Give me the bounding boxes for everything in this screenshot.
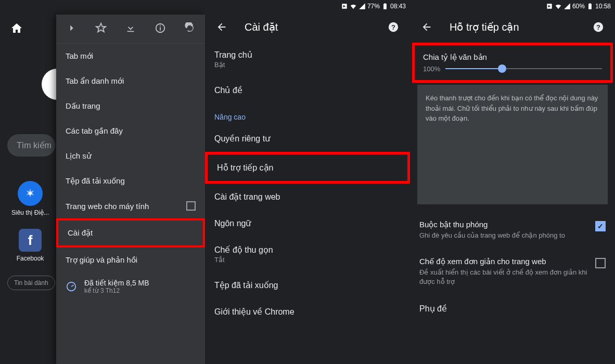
search-bar[interactable]: Tìm kiếm — [7, 134, 55, 157]
battery-percent: 60% — [572, 3, 585, 10]
svg-rect-3 — [160, 25, 161, 26]
scaling-value: 100% — [423, 65, 440, 73]
section-advanced: Nâng cao — [205, 103, 410, 125]
menu-data-saver[interactable]: Đã tiết kiệm 8,5 MB kể từ 3 Th12 — [56, 272, 205, 301]
setting-language[interactable]: Ngôn ngữ — [205, 210, 410, 237]
setting-about[interactable]: Giới thiệu về Chrome — [205, 298, 410, 325]
help-button[interactable]: ? — [383, 17, 404, 37]
forward-icon[interactable] — [66, 22, 77, 36]
setting-lite-mode[interactable]: Chế độ thu gọn Tắt — [205, 237, 410, 272]
menu-desktop-site[interactable]: Trang web cho máy tính — [56, 193, 205, 218]
menu-incognito[interactable]: Tab ẩn danh mới — [56, 69, 205, 94]
nfc-icon — [546, 3, 553, 10]
svg-text:?: ? — [596, 23, 600, 31]
menu-help[interactable]: Trợ giúp và phản hồi — [56, 248, 205, 272]
gauge-icon — [66, 281, 77, 292]
home-button[interactable] — [10, 22, 23, 36]
back-button[interactable] — [211, 17, 232, 37]
setting-privacy[interactable]: Quyền riêng tư — [205, 125, 410, 152]
setting-accessibility[interactable]: Hỗ trợ tiếp cận — [205, 152, 410, 184]
menu-bookmarks[interactable]: Dấu trang — [56, 94, 205, 119]
signal-icon — [358, 3, 366, 10]
screenshot-accessibility: 60% 10:58 Hỗ trợ tiếp cận ? Chia tỷ lệ v… — [410, 0, 615, 364]
page-title: Hỗ trợ tiếp cận — [450, 21, 575, 33]
news-chip[interactable]: Tin bài dành — [7, 276, 55, 290]
checkbox-checked-icon[interactable] — [595, 221, 606, 231]
setting-theme[interactable]: Chủ đề — [205, 77, 410, 103]
status-bar: 60% 10:58 — [410, 0, 615, 12]
header: Hỗ trợ tiếp cận ? — [410, 12, 615, 42]
battery-icon — [381, 3, 389, 10]
refresh-icon[interactable] — [184, 22, 196, 36]
menu-downloads[interactable]: Tệp đã tải xuống — [56, 168, 205, 193]
tile-label: Facebook — [9, 255, 51, 262]
checkbox-icon[interactable] — [595, 258, 606, 268]
svg-text:?: ? — [391, 23, 395, 31]
tile-label: Siêu thị Điệ... — [9, 209, 51, 216]
menu-recent-tabs[interactable]: Các tab gần đây — [56, 119, 205, 144]
setting-force-zoom[interactable]: Buộc bật thu phóng Ghi đè yêu cầu của tr… — [410, 212, 615, 249]
menu-history[interactable]: Lịch sử — [56, 144, 205, 168]
back-button[interactable] — [416, 17, 437, 37]
wifi-icon — [555, 3, 562, 10]
help-button[interactable]: ? — [588, 17, 609, 37]
battery-icon — [586, 3, 594, 10]
text-scaling-block: Chia tỷ lệ văn bản 100% — [412, 43, 613, 83]
setting-simplified-view[interactable]: Chế độ xem đơn giản cho trang web Đề xuấ… — [410, 249, 615, 295]
info-icon[interactable] — [155, 22, 166, 36]
wifi-icon — [350, 3, 357, 10]
scaling-label: Chia tỷ lệ văn bản — [423, 53, 602, 62]
screenshot-settings-list: 77% 08:43 Cài đặt ? Trang chủ Bật Chủ đề… — [205, 0, 410, 364]
setting-captions[interactable]: Phụ đề — [410, 295, 615, 322]
menu-settings[interactable]: Cài đặt — [56, 218, 205, 248]
menu-new-tab[interactable]: Tab mới — [56, 44, 205, 69]
status-bar: 77% 08:43 — [205, 0, 410, 12]
slider-thumb-icon[interactable] — [498, 64, 506, 73]
bookmark-star-icon[interactable] — [95, 22, 107, 36]
clock: 10:58 — [595, 3, 611, 10]
download-icon[interactable] — [125, 22, 136, 36]
setting-homepage[interactable]: Trang chủ Bật — [205, 42, 410, 77]
checkbox-icon[interactable] — [186, 201, 196, 211]
scaling-slider[interactable] — [445, 68, 602, 69]
setting-downloads[interactable]: Tệp đã tải xuống — [205, 272, 410, 298]
nfc-icon — [341, 3, 348, 10]
shortcut-tile[interactable]: Siêu thị Điệ... — [9, 181, 51, 216]
screenshot-chrome-menu: 46% 14:17 Tìm kiếm Siêu thị Điệ... f Fac… — [0, 0, 205, 364]
scaling-preview-text: Kéo thanh trượt cho đến khi bạn có thể đ… — [417, 85, 608, 204]
svg-rect-2 — [160, 27, 161, 30]
clock: 08:43 — [390, 3, 406, 10]
header: Cài đặt ? — [205, 12, 410, 42]
page-title: Cài đặt — [245, 21, 370, 33]
battery-percent: 77% — [367, 3, 380, 10]
setting-site-settings[interactable]: Cài đặt trang web — [205, 184, 410, 210]
overflow-menu: Tab mới Tab ẩn danh mới Dấu trang Các ta… — [56, 15, 205, 364]
shortcut-tile-facebook[interactable]: f Facebook — [9, 229, 51, 262]
signal-icon — [563, 3, 571, 10]
